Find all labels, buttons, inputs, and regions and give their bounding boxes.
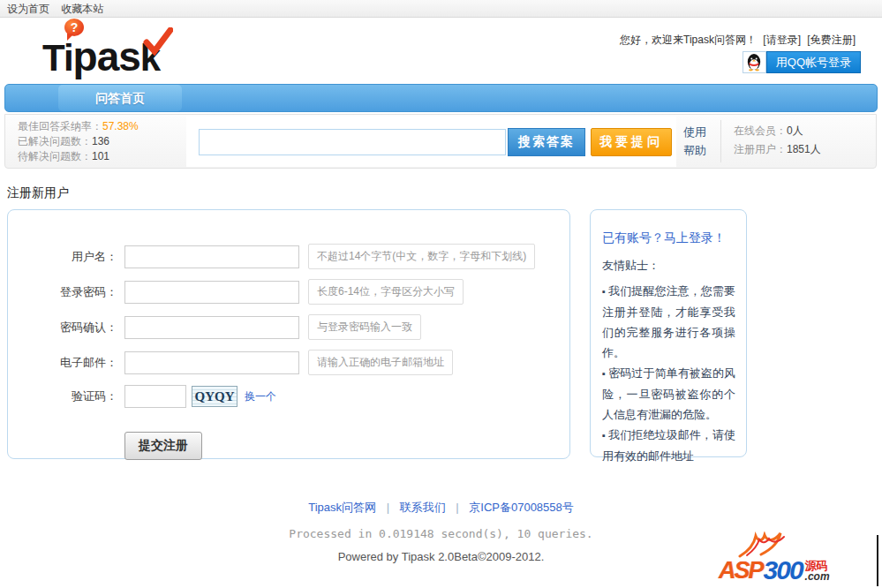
email-label: 电子邮件： [8,355,117,371]
vertical-divider [720,120,721,162]
ask-question-button[interactable]: 我要提问 [591,128,672,156]
registration-form: 用户名： 不超过14个字节(中文，数字，字母和下划线) 登录密码： 长度6-14… [7,209,570,459]
form-row-captcha: 验证码： QYQY 换一个 [8,385,569,408]
logo-check-icon [141,27,173,59]
footer-links: Tipask问答网 | 联系我们 | 京ICP备07008558号 [0,500,882,516]
stat-label: 已解决问题数： [18,135,92,147]
tip-item: 我们提醒您注意，您需要注册并登陆，才能享受我们的完整服务进行各项操作。 [602,281,735,363]
footer-link-icp[interactable]: 京ICP备07008558号 [469,501,574,514]
login-link[interactable]: [请登录] [763,34,801,46]
password-hint: 长度6-14位，字母区分大小写 [308,279,464,305]
footer-link-contact[interactable]: 联系我们 [400,501,446,514]
stat-label: 注册用户： [734,143,787,155]
stat-label: 待解决问题数： [18,150,92,162]
email-hint: 请输入正确的电子邮箱地址 [308,350,453,375]
side-login-link[interactable]: 已有账号？马上登录！ [602,230,726,246]
nav-tab-home[interactable]: 问答首页 [58,85,182,111]
stat-value: 57.38% [102,120,139,132]
question-bubble-icon: ? [64,19,84,36]
form-row-password: 登录密码： 长度6-14位，字母区分大小写 [8,279,569,305]
qq-login-label: 用QQ帐号登录 [766,51,861,73]
submit-register-button[interactable]: 提交注册 [124,432,202,460]
qq-login-button[interactable]: 用QQ帐号登录 [743,51,861,73]
site-stats: 最佳回答采纳率：57.38% 已解决问题数：136 待解决问题数：101 [18,119,139,164]
stat-value: 0人 [787,124,803,137]
stat-best-answer-rate: 最佳回答采纳率：57.38% [18,119,139,134]
help-line2: 帮助 [683,141,710,160]
footer-link-home[interactable]: Tipask问答网 [308,501,376,514]
stat-label: 在线会员： [734,124,787,137]
password-confirm-hint: 与登录密码输入一致 [308,314,421,340]
footer-separator: | [387,501,389,514]
help-link[interactable]: 使用 帮助 [683,123,710,160]
search-answers-button[interactable]: 搜索答案 [508,128,585,156]
captcha-refresh-link[interactable]: 换一个 [245,389,276,404]
qq-penguin-icon [743,51,766,73]
register-link[interactable]: [免费注册] [807,34,856,46]
watermark-asp: ASP [719,559,763,582]
tip-item: 我们拒绝垃圾邮件，请使用有效的邮件地址 [602,425,735,466]
stat-registered-users: 注册用户：1851人 [734,140,821,159]
stat-value: 136 [92,135,109,147]
tip-item: 密码过于简单有被盗的风险，一旦密码被盗你的个人信息有泄漏的危险。 [602,363,735,425]
watermark-300: 300 [764,558,803,582]
stat-solved-count: 已解决问题数：136 [18,134,139,149]
watermark-edge-line [877,535,878,586]
watermark-right: 源码 .com [805,561,830,582]
asp300-watermark-logo: ASP 300 源码 .com [719,533,873,588]
watermark-text: ASP 300 源码 .com [719,558,830,582]
logo-part1: Ti [42,37,73,79]
form-row-password-confirm: 密码确认： 与登录密码输入一致 [8,314,569,340]
search-input[interactable] [199,129,506,155]
stat-pending-count: 待解决问题数：101 [18,149,139,164]
form-row-username: 用户名： 不超过14个字节(中文，数字，字母和下划线) [8,244,569,269]
captcha-image[interactable]: QYQY [192,386,237,407]
username-field[interactable] [124,245,299,268]
help-line1: 使用 [683,123,710,141]
captcha-field[interactable] [124,385,186,408]
member-stats: 在线会员：0人 注册用户：1851人 [734,122,821,159]
password-label: 登录密码： [8,284,117,300]
search-zone: 搜索答案 我要提问 [186,117,676,167]
stat-online-members: 在线会员：0人 [734,122,821,140]
password-confirm-field[interactable] [124,316,299,339]
username-hint: 不超过14个字节(中文，数字，字母和下划线) [308,244,535,269]
welcome-text: 您好，欢迎来Tipask问答网！ [620,34,757,46]
site-logo[interactable]: Tipask ? [42,26,219,77]
welcome-bar: 您好，欢迎来Tipask问答网！ [请登录] [免费注册] [620,33,856,48]
stats-search-bar: 最佳回答采纳率：57.38% 已解决问题数：136 待解决问题数：101 搜索答… [4,114,877,169]
watermark-com: .com [805,571,830,582]
logo-part2: pas [73,34,140,79]
tips-title: 友情贴士： [602,258,735,274]
page-title: 注册新用户 [7,185,69,201]
password-field[interactable] [124,281,299,304]
page: 设为首页 收藏本站 Tipask ? 您好，欢迎来Tipask问答网！ [请登录… [0,0,882,588]
stat-value: 1851人 [787,143,821,155]
footer-separator: | [456,501,458,514]
captcha-label: 验证码： [8,388,117,404]
side-panel: 已有账号？马上登录！ 友情贴士： 我们提醒您注意，您需要注册并登陆，才能享受我们… [590,209,747,457]
add-favorite-link[interactable]: 收藏本站 [61,3,103,15]
topbar: 设为首页 收藏本站 [0,0,882,18]
set-home-link[interactable]: 设为首页 [7,3,49,15]
username-label: 用户名： [8,249,117,265]
stat-value: 101 [92,150,109,162]
password-confirm-label: 密码确认： [8,320,117,335]
stat-label: 最佳回答采纳率： [18,120,102,132]
email-field[interactable] [124,351,299,374]
header: Tipask ? 您好，欢迎来Tipask问答网！ [请登录] [免费注册] [0,19,882,82]
main-nav: 问答首页 [4,84,878,112]
form-row-email: 电子邮件： 请输入正确的电子邮箱地址 [8,350,569,375]
